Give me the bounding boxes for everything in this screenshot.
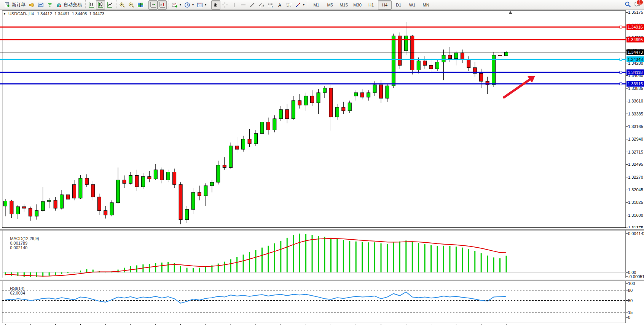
new-order-button[interactable]: 新订单 xyxy=(3,0,27,10)
candle-body xyxy=(436,62,439,69)
signal-icon xyxy=(47,2,53,8)
auto-scroll-button[interactable] xyxy=(148,0,158,10)
candle-body xyxy=(210,182,214,186)
candlestick-chart-button[interactable] xyxy=(96,0,105,10)
price-tag-label: 1.34348 xyxy=(628,57,643,62)
fibonacci-button[interactable]: F xyxy=(266,0,275,10)
trendline-button[interactable] xyxy=(248,0,257,10)
cursor-button[interactable] xyxy=(211,0,220,10)
ohlc-close: 1.34473 xyxy=(89,11,104,16)
equidistant-channel-button[interactable]: E xyxy=(257,0,266,10)
fibonacci-icon: F xyxy=(268,2,274,8)
auto-trading-button[interactable]: 自动交易 xyxy=(54,0,83,10)
candle-body xyxy=(454,53,458,59)
candle-body xyxy=(4,201,7,206)
line-chart-button[interactable] xyxy=(105,0,114,10)
arrows-icon xyxy=(295,2,301,8)
new-order-label: 新订单 xyxy=(12,2,26,8)
macd-canvas[interactable]: 0.0041420.00-0.000511 xyxy=(0,231,644,278)
toolbar-group-drawing: E F A T ▾ xyxy=(210,0,307,10)
macd-bg xyxy=(0,231,644,278)
rsi-tick-label: 80 xyxy=(628,288,633,293)
indicators-button[interactable]: ▾ xyxy=(170,0,183,10)
line-handle[interactable] xyxy=(620,26,622,28)
arrows-button[interactable]: ▾ xyxy=(293,0,306,10)
toolbar-group-zoom xyxy=(116,0,146,10)
signal-button[interactable] xyxy=(45,0,54,10)
indicators-icon xyxy=(172,2,178,8)
candle-body xyxy=(185,210,189,220)
chevron-down-icon[interactable]: ▼ xyxy=(3,12,6,16)
candle-body xyxy=(329,88,333,117)
candle-body xyxy=(35,211,38,216)
candle-body xyxy=(41,202,45,211)
templates-button[interactable]: ▾ xyxy=(195,0,208,10)
timeframe-button-M15[interactable]: M15 xyxy=(337,0,351,10)
candle-body xyxy=(260,122,264,133)
rsi-tick-label: 15 xyxy=(628,310,633,315)
timeframe-button-H1[interactable]: H1 xyxy=(364,0,378,10)
timeframe-button-M5[interactable]: M5 xyxy=(323,0,337,10)
candle-body xyxy=(91,184,95,197)
text-icon: A xyxy=(277,2,283,8)
line-handle[interactable] xyxy=(620,71,622,74)
candle-body xyxy=(179,184,182,219)
arrows-dropdown-caret[interactable]: ▾ xyxy=(303,3,304,6)
candle-body xyxy=(66,195,70,199)
chat-button[interactable]: 1 xyxy=(634,1,641,9)
toolbar-group-chart-type xyxy=(85,0,115,10)
toolbar-group-timeframes: M1M5M15M30H1H4D1W1MN xyxy=(308,0,434,10)
line-handle[interactable] xyxy=(620,83,622,85)
candle-body xyxy=(198,192,201,196)
timeframe-button-H4[interactable]: H4 xyxy=(378,0,392,10)
periods-button[interactable]: ▾ xyxy=(183,0,195,10)
vertical-line-button[interactable] xyxy=(230,0,239,10)
horizontal-line-button[interactable] xyxy=(239,0,248,10)
text-button[interactable]: A xyxy=(275,0,284,10)
candle-body xyxy=(110,203,113,215)
macd-name: MACD(12,26,9) xyxy=(10,236,39,241)
indicators-dropdown-caret[interactable]: ▾ xyxy=(180,3,181,6)
crosshair-button[interactable] xyxy=(220,0,230,10)
chart-window-button[interactable] xyxy=(36,0,45,10)
timeframe-button-D1[interactable]: D1 xyxy=(392,0,405,10)
candle-body xyxy=(392,36,395,86)
vertical-line-icon xyxy=(231,2,237,8)
candle-body xyxy=(335,107,339,117)
templates-dropdown-caret[interactable]: ▾ xyxy=(205,3,206,6)
zoom-out-button[interactable] xyxy=(127,0,136,10)
price-tick-label: 1.33165 xyxy=(628,124,643,129)
price-tag-label: 1.34473 xyxy=(628,50,643,54)
timeframe-button-M30[interactable]: M30 xyxy=(351,0,364,10)
tile-windows-button[interactable] xyxy=(136,0,145,10)
candle-body xyxy=(448,55,451,59)
macd-signal-value: 0.002140 xyxy=(10,245,27,250)
timeframe-button-M1[interactable]: M1 xyxy=(309,0,323,10)
rsi-canvas[interactable]: 1008050150 xyxy=(0,281,644,323)
candle-body xyxy=(135,175,139,187)
macd-panel: MACD(12,26,9) 0.001789 0.002140 0.004142… xyxy=(0,231,644,280)
candle-body xyxy=(292,101,295,119)
candle-body xyxy=(386,86,389,98)
timeframe-button-MN[interactable]: MN xyxy=(419,0,433,10)
periods-dropdown-caret[interactable]: ▾ xyxy=(192,3,194,6)
line-handle[interactable] xyxy=(620,58,622,61)
macd-label: MACD(12,26,9) 0.001789 0.002140 xyxy=(3,232,39,255)
toolbar-group-objects: ▾ ▾ ▾ xyxy=(169,0,209,10)
candle-body xyxy=(354,93,358,96)
zoom-in-button[interactable] xyxy=(118,0,127,10)
main-chart-canvas[interactable]: 1.351751.349501.347301.345051.342801.340… xyxy=(0,10,644,228)
price-tag-label: 1.34695 xyxy=(628,37,643,42)
search-icon[interactable] xyxy=(625,1,631,9)
text-label-button[interactable]: T xyxy=(284,0,293,10)
candle-body xyxy=(223,165,226,168)
candle-body xyxy=(367,93,370,97)
svg-text:F: F xyxy=(272,5,273,8)
candle-body xyxy=(160,170,164,180)
chart-shift-button[interactable] xyxy=(158,0,167,10)
candle-body xyxy=(498,55,502,56)
bar-chart-button[interactable] xyxy=(87,0,96,10)
horn-button[interactable] xyxy=(27,0,36,10)
timeframe-button-W1[interactable]: W1 xyxy=(405,0,419,10)
price-tick-label: 1.32715 xyxy=(628,150,643,154)
